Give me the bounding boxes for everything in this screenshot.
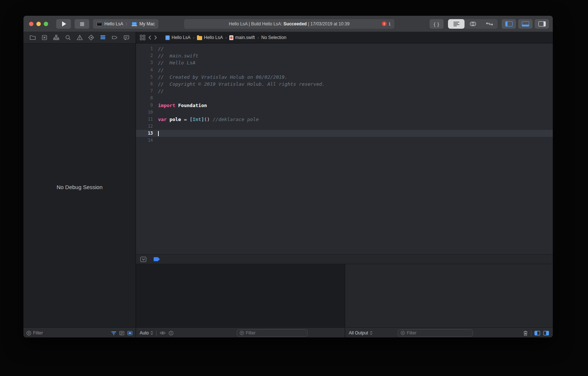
- line-number[interactable]: 2: [136, 52, 153, 59]
- run-button[interactable]: [56, 19, 71, 29]
- filter-placeholder: Filter: [407, 330, 417, 336]
- code-line[interactable]: 5// Created by Vratislav Holub on 06/02/…: [136, 74, 553, 81]
- standard-editor-button[interactable]: [448, 19, 465, 29]
- line-number[interactable]: 8: [136, 95, 153, 102]
- source-editor[interactable]: 1//2// main.swift3// Hello LsA4//5// Cre…: [136, 43, 553, 254]
- line-number[interactable]: 6: [136, 81, 153, 88]
- breadcrumb-group[interactable]: Hello LsA: [197, 35, 223, 40]
- console-filter-input[interactable]: Filter: [398, 329, 473, 337]
- line-number[interactable]: 5: [136, 74, 153, 81]
- view-mode-grouped-icon[interactable]: [119, 331, 125, 336]
- show-console-pane-icon[interactable]: [543, 331, 549, 336]
- line-number[interactable]: 9: [136, 102, 153, 109]
- related-items-icon[interactable]: [140, 35, 146, 40]
- code-line[interactable]: 8: [136, 95, 553, 102]
- tab-issue-navigator[interactable]: [76, 33, 84, 42]
- code-line[interactable]: 3// Hello LsA: [136, 59, 553, 66]
- line-number[interactable]: 13: [136, 130, 153, 137]
- tab-breakpoint-navigator[interactable]: [111, 33, 119, 42]
- stop-button[interactable]: [75, 19, 89, 29]
- console-output[interactable]: [345, 264, 553, 327]
- back-button[interactable]: [148, 35, 151, 40]
- error-icon: !: [382, 21, 387, 26]
- scheme-selector[interactable]: Hello LsA 〉 My Mac: [93, 19, 158, 29]
- clear-console-trash-icon[interactable]: [523, 330, 528, 336]
- console-scope-popup[interactable]: All Output: [349, 330, 373, 336]
- tab-report-navigator[interactable]: [122, 33, 130, 42]
- code-text: var pole = [Int]() //deklarace pole: [153, 116, 259, 123]
- line-number[interactable]: 4: [136, 67, 153, 74]
- breadcrumb-project-label: Hello LsA: [172, 35, 190, 40]
- activity-status-bar[interactable]: Hello LsA | Build Hello LsA: Succeeded |…: [184, 19, 394, 29]
- debug-area-toggle-button[interactable]: [518, 19, 533, 29]
- tab-source-control-navigator[interactable]: [40, 33, 49, 42]
- code-text: // Copyright © 2019 Vratislav Holub. All…: [153, 81, 325, 88]
- hierarchy-icon: [53, 34, 60, 41]
- minimize-button[interactable]: [36, 22, 41, 26]
- info-icon[interactable]: [169, 331, 173, 336]
- variables-filter-input[interactable]: Filter: [237, 329, 308, 337]
- tab-project-navigator[interactable]: [29, 33, 37, 42]
- view-mode-flat-icon[interactable]: [111, 331, 116, 336]
- inspector-toggle-button[interactable]: [535, 19, 549, 29]
- code-line[interactable]: 1//: [136, 45, 553, 52]
- line-number[interactable]: 1: [136, 45, 153, 52]
- code-text: //: [153, 67, 164, 74]
- navigator-tab-bar: [24, 32, 136, 43]
- variables-view-bar: Auto Filter: [136, 328, 345, 338]
- tab-test-navigator[interactable]: [87, 33, 95, 42]
- code-line[interactable]: 7//: [136, 88, 553, 95]
- code-line[interactable]: 4//: [136, 67, 553, 74]
- diamond-arrow-icon: [88, 34, 94, 41]
- line-number[interactable]: 14: [136, 137, 153, 144]
- quicklook-eye-icon[interactable]: [159, 331, 166, 335]
- breadcrumb-file[interactable]: main.swift: [229, 35, 255, 40]
- breadcrumb-separator: ›: [193, 35, 194, 40]
- line-number[interactable]: 10: [136, 109, 153, 116]
- line-number[interactable]: 7: [136, 88, 153, 95]
- navigator-panel: No Debug Session Filter: [24, 32, 136, 338]
- line-number[interactable]: 11: [136, 116, 153, 123]
- warning-triangle-icon: [76, 34, 83, 41]
- tab-debug-navigator-selected[interactable]: [99, 33, 107, 42]
- breakpoint-tag-icon: [111, 34, 118, 41]
- assistant-editor-button[interactable]: [465, 19, 481, 29]
- bottom-panel-icon: [522, 21, 529, 26]
- code-line[interactable]: 2// main.swift: [136, 52, 553, 59]
- line-number[interactable]: 3: [136, 59, 153, 66]
- variables-scope-popup[interactable]: Auto: [140, 330, 153, 336]
- view-mode-memory-icon[interactable]: [127, 331, 133, 336]
- zoom-button[interactable]: [44, 22, 48, 26]
- text-lines-icon: [453, 21, 460, 26]
- issue-badge[interactable]: ! 1: [382, 21, 391, 26]
- navigator-filter-bar: Filter: [24, 327, 136, 338]
- show-variables-pane-icon[interactable]: [534, 331, 540, 336]
- code-line[interactable]: 6// Copyright © 2019 Vratislav Holub. Al…: [136, 81, 553, 88]
- close-button[interactable]: [29, 22, 33, 26]
- breadcrumb-project[interactable]: Hello LsA: [165, 35, 190, 40]
- forward-button[interactable]: [154, 35, 157, 40]
- tab-find-navigator[interactable]: [64, 33, 72, 42]
- line-number[interactable]: 12: [136, 123, 153, 130]
- navigator-toggle-button[interactable]: [502, 19, 516, 29]
- code-line[interactable]: 9import Foundation: [136, 102, 553, 109]
- tab-symbol-navigator[interactable]: [52, 33, 60, 42]
- code-text: // Hello LsA: [153, 59, 196, 66]
- variables-view[interactable]: [136, 264, 345, 327]
- play-icon: [62, 21, 66, 26]
- navigator-filter-input[interactable]: Filter: [26, 330, 43, 336]
- library-button[interactable]: { }: [430, 19, 444, 29]
- hide-debug-area-button[interactable]: [140, 257, 146, 262]
- text-cursor: [158, 131, 159, 136]
- code-line[interactable]: 11var pole = [Int]() //deklarace pole: [136, 116, 553, 123]
- code-line[interactable]: 10: [136, 109, 553, 116]
- titlebar: Hello LsA 〉 My Mac Hello LsA | Build Hel…: [24, 16, 553, 32]
- code-text: [153, 137, 158, 144]
- breadcrumb-selection[interactable]: No Selection: [261, 35, 286, 40]
- code-line[interactable]: 13: [136, 130, 553, 137]
- version-editor-button[interactable]: [481, 19, 498, 29]
- code-line[interactable]: 12: [136, 123, 553, 130]
- status-text: Hello LsA | Build Hello LsA:: [229, 21, 284, 26]
- breakpoints-enabled-button[interactable]: [154, 257, 160, 261]
- code-line[interactable]: 14: [136, 137, 553, 144]
